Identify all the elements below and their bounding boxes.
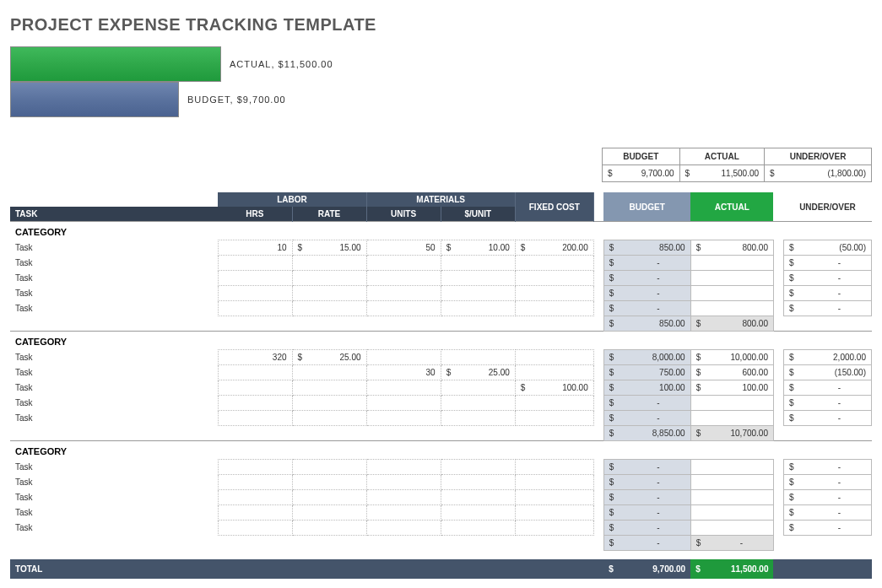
rate-cell[interactable] xyxy=(292,286,366,301)
units-cell[interactable] xyxy=(366,350,441,365)
fixed-cell[interactable] xyxy=(515,396,593,411)
fixed-cell[interactable] xyxy=(515,365,593,380)
punit-cell[interactable] xyxy=(441,286,515,301)
hrs-cell[interactable] xyxy=(218,490,292,505)
fixed-cell[interactable] xyxy=(515,411,593,426)
hrs-cell[interactable]: 10 xyxy=(218,240,292,256)
units-cell[interactable] xyxy=(366,490,441,505)
fixed-cell[interactable] xyxy=(515,256,593,271)
task-label: Task xyxy=(10,380,218,396)
fixed-cell[interactable] xyxy=(515,521,593,536)
hrs-cell[interactable] xyxy=(218,521,292,536)
hrs-cell[interactable] xyxy=(218,505,292,521)
fixed-cell[interactable] xyxy=(515,350,593,365)
units-cell[interactable] xyxy=(366,256,441,271)
units-cell[interactable]: 30 xyxy=(366,365,441,380)
hrs-cell[interactable] xyxy=(218,475,292,490)
summary-actual-value[interactable]: $11,500.00 xyxy=(679,165,764,182)
hrs-cell[interactable] xyxy=(218,460,292,475)
summary-over-value[interactable]: $(1,800.00) xyxy=(765,165,872,182)
task-header: TASK xyxy=(10,207,218,222)
units-cell[interactable] xyxy=(366,301,441,316)
rate-cell[interactable] xyxy=(292,411,366,426)
rate-cell[interactable] xyxy=(292,396,366,411)
fixed-cell[interactable] xyxy=(515,286,593,301)
actual-cell[interactable] xyxy=(690,505,773,521)
actual-cell[interactable] xyxy=(690,460,773,475)
punit-cell[interactable] xyxy=(441,396,515,411)
hrs-cell[interactable] xyxy=(218,286,292,301)
units-cell[interactable] xyxy=(366,521,441,536)
actual-cell[interactable] xyxy=(690,301,773,316)
fixed-cell[interactable] xyxy=(515,301,593,316)
table-row: Task$-$- xyxy=(10,490,872,505)
units-cell[interactable] xyxy=(366,411,441,426)
units-header: UNITS xyxy=(366,207,441,222)
rate-cell[interactable] xyxy=(292,521,366,536)
actual-cell[interactable] xyxy=(690,286,773,301)
punit-cell[interactable] xyxy=(441,301,515,316)
rate-cell[interactable] xyxy=(292,256,366,271)
hrs-cell[interactable] xyxy=(218,256,292,271)
punit-cell[interactable]: $10.00 xyxy=(441,240,515,256)
hrs-cell[interactable] xyxy=(218,411,292,426)
punit-cell[interactable] xyxy=(441,256,515,271)
punit-cell[interactable] xyxy=(441,380,515,396)
fixed-cell[interactable] xyxy=(515,505,593,521)
units-cell[interactable] xyxy=(366,396,441,411)
actual-cell[interactable] xyxy=(690,256,773,271)
hrs-cell[interactable] xyxy=(218,271,292,286)
units-cell[interactable] xyxy=(366,271,441,286)
fixed-cell[interactable]: $100.00 xyxy=(515,380,593,396)
fixed-cell[interactable] xyxy=(515,460,593,475)
table-row: Task$-$- xyxy=(10,521,872,536)
units-cell[interactable]: 50 xyxy=(366,240,441,256)
punit-cell[interactable] xyxy=(441,505,515,521)
actual-cell[interactable]: $600.00 xyxy=(690,365,773,380)
hrs-cell[interactable] xyxy=(218,396,292,411)
actual-cell[interactable]: $100.00 xyxy=(690,380,773,396)
punit-cell[interactable]: $25.00 xyxy=(441,365,515,380)
rate-cell[interactable] xyxy=(292,505,366,521)
actual-cell[interactable] xyxy=(690,475,773,490)
actual-cell[interactable]: $800.00 xyxy=(690,240,773,256)
units-cell[interactable] xyxy=(366,460,441,475)
hrs-cell[interactable] xyxy=(218,365,292,380)
fixed-cell[interactable]: $200.00 xyxy=(515,240,593,256)
punit-cell[interactable] xyxy=(441,490,515,505)
punit-cell[interactable] xyxy=(441,475,515,490)
units-cell[interactable] xyxy=(366,505,441,521)
rate-cell[interactable] xyxy=(292,365,366,380)
punit-cell[interactable] xyxy=(441,460,515,475)
actual-cell[interactable] xyxy=(690,271,773,286)
punit-cell[interactable] xyxy=(441,350,515,365)
units-cell[interactable] xyxy=(366,475,441,490)
rate-cell[interactable]: $25.00 xyxy=(292,350,366,365)
actual-cell[interactable] xyxy=(690,521,773,536)
actual-cell[interactable] xyxy=(690,490,773,505)
rate-cell[interactable] xyxy=(292,490,366,505)
rate-cell[interactable] xyxy=(292,460,366,475)
fixed-cell[interactable] xyxy=(515,475,593,490)
fixed-cell[interactable] xyxy=(515,490,593,505)
hrs-cell[interactable]: 320 xyxy=(218,350,292,365)
rate-cell[interactable] xyxy=(292,271,366,286)
punit-cell[interactable] xyxy=(441,271,515,286)
actual-cell[interactable] xyxy=(690,411,773,426)
rate-cell[interactable] xyxy=(292,301,366,316)
rate-cell[interactable]: $15.00 xyxy=(292,240,366,256)
actual-cell[interactable]: $10,000.00 xyxy=(690,350,773,365)
summary-budget-value[interactable]: $9,700.00 xyxy=(603,165,680,182)
units-cell[interactable] xyxy=(366,380,441,396)
page-title: PROJECT EXPENSE TRACKING TEMPLATE xyxy=(10,15,872,35)
hrs-cell[interactable] xyxy=(218,380,292,396)
rate-cell[interactable] xyxy=(292,380,366,396)
fixed-cell[interactable] xyxy=(515,271,593,286)
actual-cell[interactable] xyxy=(690,396,773,411)
total-actual: $11,500.00 xyxy=(690,559,773,579)
punit-cell[interactable] xyxy=(441,411,515,426)
hrs-cell[interactable] xyxy=(218,301,292,316)
punit-cell[interactable] xyxy=(441,521,515,536)
units-cell[interactable] xyxy=(366,286,441,301)
rate-cell[interactable] xyxy=(292,475,366,490)
